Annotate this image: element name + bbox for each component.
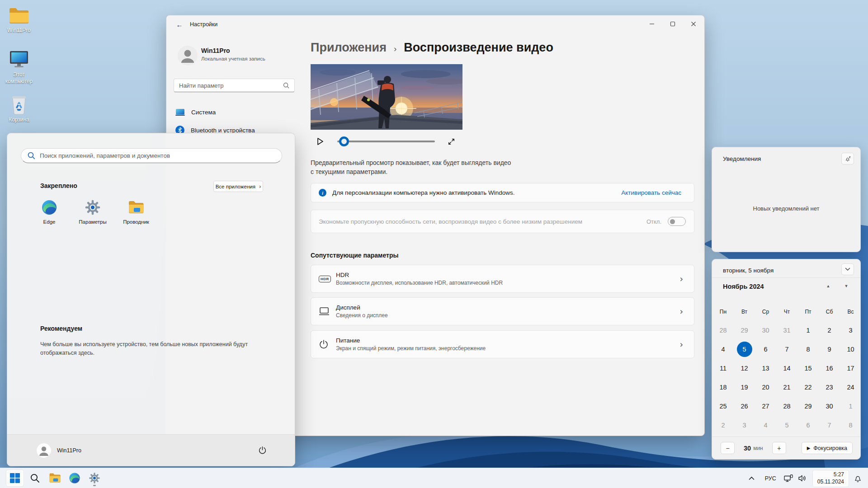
calendar-day[interactable]: 22 <box>797 378 819 397</box>
calendar-day[interactable]: 4 <box>755 416 776 435</box>
calendar-day[interactable]: 8 <box>797 340 819 359</box>
calendar-day[interactable]: 18 <box>712 378 734 397</box>
calendar-day[interactable]: 6 <box>797 416 819 435</box>
power-card[interactable]: Питание Экран и спящий режим, режим пита… <box>311 330 694 358</box>
calendar-next-month-button[interactable]: ▼ <box>840 284 852 293</box>
calendar-day[interactable]: 19 <box>734 378 755 397</box>
bandwidth-toggle[interactable] <box>668 217 686 226</box>
edge-icon <box>69 472 80 484</box>
taskbar-search-button[interactable] <box>26 469 44 487</box>
triangle-down-icon: ▼ <box>844 284 849 288</box>
calendar-day[interactable]: 28 <box>776 397 797 416</box>
notification-settings-button[interactable] <box>841 153 854 164</box>
calendar-prev-month-button[interactable]: ▲ <box>822 284 834 293</box>
clock-button[interactable]: 5:27 05.11.2024 <box>812 470 849 487</box>
calendar-day[interactable]: 2 <box>819 321 840 340</box>
calendar-day[interactable]: 5 <box>776 416 797 435</box>
focus-plus-button[interactable]: + <box>772 442 786 454</box>
fullscreen-button[interactable] <box>445 136 457 147</box>
calendar-day[interactable]: 13 <box>755 359 776 378</box>
calendar-day[interactable]: 1 <box>797 321 819 340</box>
play-button[interactable] <box>314 136 326 147</box>
sidebar-item-system[interactable]: Система <box>170 104 297 120</box>
calendar-day[interactable]: 14 <box>776 359 797 378</box>
calendar-day[interactable]: 31 <box>776 321 797 340</box>
display-icon <box>319 307 330 316</box>
slider-track[interactable] <box>337 141 435 142</box>
network-button[interactable] <box>782 474 795 482</box>
calendar-day[interactable]: 3 <box>840 321 861 340</box>
maximize-button[interactable] <box>662 16 683 32</box>
pinned-app-edge[interactable]: Edge <box>28 199 71 225</box>
chevron-up-icon <box>749 476 755 480</box>
desktop-icon-label: Этот компьютер <box>0 71 38 85</box>
language-indicator[interactable]: РУС <box>760 475 782 482</box>
calendar-day[interactable]: 6 <box>755 340 776 359</box>
bell-icon <box>854 474 862 483</box>
pinned-app-settings[interactable]: Параметры <box>71 199 114 225</box>
settings-search-input[interactable] <box>174 82 283 89</box>
focus-minus-button[interactable]: − <box>721 442 735 454</box>
seek-slider[interactable] <box>337 134 437 149</box>
calendar-day[interactable]: 7 <box>819 416 840 435</box>
calendar-day[interactable]: 23 <box>819 378 840 397</box>
calendar-day[interactable]: 30 <box>755 321 776 340</box>
calendar-month-label[interactable]: Ноябрь 2024 <box>723 283 764 290</box>
calendar-collapse-button[interactable] <box>841 263 854 275</box>
calendar-day[interactable]: 16 <box>819 359 840 378</box>
calendar-day[interactable]: 25 <box>712 397 734 416</box>
close-button[interactable] <box>683 16 704 32</box>
calendar-day[interactable]: 17 <box>840 359 861 378</box>
calendar-day[interactable]: 29 <box>734 321 755 340</box>
taskbar-edge-button[interactable] <box>66 469 84 487</box>
desktop-icon-this-pc[interactable]: Этот компьютер <box>0 50 38 85</box>
weekday-label: Сб <box>819 306 840 318</box>
notification-bell-button[interactable] <box>850 470 865 487</box>
start-user-button[interactable]: Win11Pro <box>37 443 81 458</box>
account-avatar[interactable] <box>178 46 198 66</box>
calendar-day[interactable]: 15 <box>797 359 819 378</box>
pinned-app-explorer[interactable]: Проводник <box>114 199 158 225</box>
calendar-day[interactable]: 9 <box>819 340 840 359</box>
calendar-day[interactable]: 5 <box>734 340 755 359</box>
taskbar-settings-button[interactable] <box>85 469 104 487</box>
all-apps-button[interactable]: Все приложения › <box>213 181 263 192</box>
calendar-day[interactable]: 28 <box>712 321 734 340</box>
close-icon <box>691 21 696 27</box>
display-card[interactable]: Дисплей Сведения о дисплее › <box>311 297 694 325</box>
calendar-day[interactable]: 29 <box>797 397 819 416</box>
calendar-day[interactable]: 1 <box>840 397 861 416</box>
slider-thumb[interactable] <box>339 136 349 146</box>
start-button[interactable] <box>6 469 24 487</box>
calendar-day[interactable]: 20 <box>755 378 776 397</box>
taskbar-explorer-button[interactable] <box>46 469 64 487</box>
power-button[interactable] <box>255 443 270 458</box>
calendar-day[interactable]: 3 <box>734 416 755 435</box>
calendar-day[interactable]: 7 <box>776 340 797 359</box>
calendar-day[interactable]: 2 <box>712 416 734 435</box>
volume-button[interactable] <box>795 474 810 482</box>
start-search-input[interactable] <box>40 152 275 159</box>
back-button[interactable]: ← <box>172 18 187 31</box>
calendar-day[interactable]: 12 <box>734 359 755 378</box>
desktop-icon-win11pro[interactable]: Win11Pro <box>0 5 38 34</box>
calendar-day[interactable]: 11 <box>712 359 734 378</box>
calendar-day[interactable]: 10 <box>840 340 861 359</box>
desktop-icon-recycle-bin[interactable]: Корзина <box>0 95 38 123</box>
calendar-day[interactable]: 26 <box>734 397 755 416</box>
start-search-box[interactable] <box>21 148 282 163</box>
calendar-day[interactable]: 8 <box>840 416 861 435</box>
minimize-button[interactable] <box>642 16 662 32</box>
calendar-day[interactable]: 21 <box>776 378 797 397</box>
calendar-day[interactable]: 27 <box>755 397 776 416</box>
calendar-day[interactable]: 30 <box>819 397 840 416</box>
focus-start-button[interactable]: ▶ Фокусировка <box>802 442 853 454</box>
calendar-day[interactable]: 24 <box>840 378 861 397</box>
activate-now-link[interactable]: Активировать сейчас <box>621 189 681 196</box>
settings-search-box[interactable] <box>174 79 295 92</box>
breadcrumb-parent[interactable]: Приложения <box>311 41 387 55</box>
calendar-day[interactable]: 4 <box>712 340 734 359</box>
tray-overflow-button[interactable] <box>744 476 760 480</box>
hdr-card[interactable]: HDR HDR Возможности дисплея, использован… <box>311 265 694 293</box>
focus-minutes: 30 <box>744 445 751 452</box>
